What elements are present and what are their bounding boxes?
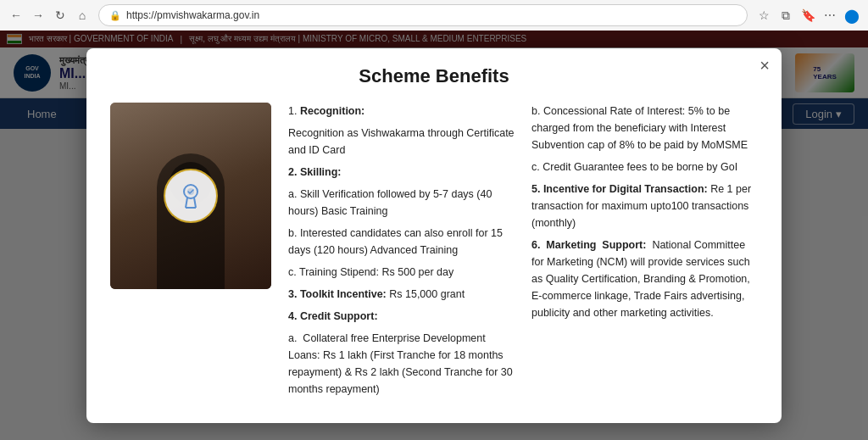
modal-body: 1. Recognition: Recognition as Vishwakar… xyxy=(110,103,758,403)
benefits-col-right: b. Concessional Rate of Interest: 5% to … xyxy=(531,103,758,403)
back-button[interactable]: ← xyxy=(7,6,25,25)
browser-actions: ☆ ⧉ 🔖 ⋯ ⬤ xyxy=(754,6,861,25)
svg-line-2 xyxy=(194,198,196,208)
lock-icon: 🔒 xyxy=(109,10,121,21)
digital-heading: 5. Incentive for Digital Transaction: Re… xyxy=(531,181,758,231)
forward-button[interactable]: → xyxy=(29,6,47,25)
browser-chrome: ← → ↻ ⌂ 🔒 https://pmvishwakarma.gov.in ☆… xyxy=(0,0,868,31)
credit-a: a. Collateral free Enterprise Developmen… xyxy=(288,330,515,398)
skilling-c: c. Training Stipend: Rs 500 per day xyxy=(288,264,515,281)
credit-heading: 4. Credit Support: xyxy=(288,308,515,325)
modal-content: 1. Recognition: Recognition as Vishwakar… xyxy=(288,103,758,403)
skilling-a: a. Skill Verification followed by 5-7 da… xyxy=(288,186,515,220)
benefits-col-left: 1. Recognition: Recognition as Vishwakar… xyxy=(288,103,515,403)
modal-title: Scheme Benefits xyxy=(110,65,758,87)
address-bar[interactable]: 🔒 https://pmvishwakarma.gov.in xyxy=(98,4,748,26)
skilling-heading: 2. Skilling: xyxy=(288,164,515,181)
settings-button[interactable]: ⋯ xyxy=(821,6,839,25)
home-button[interactable]: ⌂ xyxy=(73,6,92,25)
modal-image-section xyxy=(110,103,271,403)
marketing-heading: 6. Marketing Support: National Committee… xyxy=(531,237,758,321)
skilling-b: b. Interested candidates can also enroll… xyxy=(288,225,515,259)
interest-rate-text: b. Concessional Rate of Interest: 5% to … xyxy=(531,103,758,153)
svg-line-1 xyxy=(186,198,187,208)
browser-toolbar: ← → ↻ ⌂ 🔒 https://pmvishwakarma.gov.in ☆… xyxy=(0,0,868,31)
recognition-text: Recognition as Vishwakarma through Certi… xyxy=(288,125,515,159)
modal-overlay[interactable]: × Scheme Benefits xyxy=(0,31,868,440)
scheme-benefits-modal: × Scheme Benefits xyxy=(86,48,782,423)
toolkit-heading: 3. Toolkit Incentive: Rs 15,000 grant xyxy=(288,286,515,303)
url-text: https://pmvishwakarma.gov.in xyxy=(126,9,259,21)
nav-buttons: ← → ↻ ⌂ xyxy=(7,6,92,25)
modal-close-button[interactable]: × xyxy=(760,57,770,74)
award-badge xyxy=(164,169,218,223)
bookmark-button[interactable]: 🔖 xyxy=(798,6,817,25)
craftsman-image xyxy=(110,103,271,289)
website-background: भारत सरकार | GOVERNMENT OF INDIA | सूक्ष… xyxy=(0,31,868,440)
tab-button[interactable]: ⧉ xyxy=(776,6,795,25)
award-icon xyxy=(175,181,206,211)
reload-button[interactable]: ↻ xyxy=(51,6,70,25)
credit-guarantee-text: c. Credit Guarantee fees to be borne by … xyxy=(531,159,758,175)
star-button[interactable]: ☆ xyxy=(754,6,773,25)
profile-button[interactable]: ⬤ xyxy=(843,6,861,25)
recognition-heading: 1. Recognition: xyxy=(288,103,515,120)
